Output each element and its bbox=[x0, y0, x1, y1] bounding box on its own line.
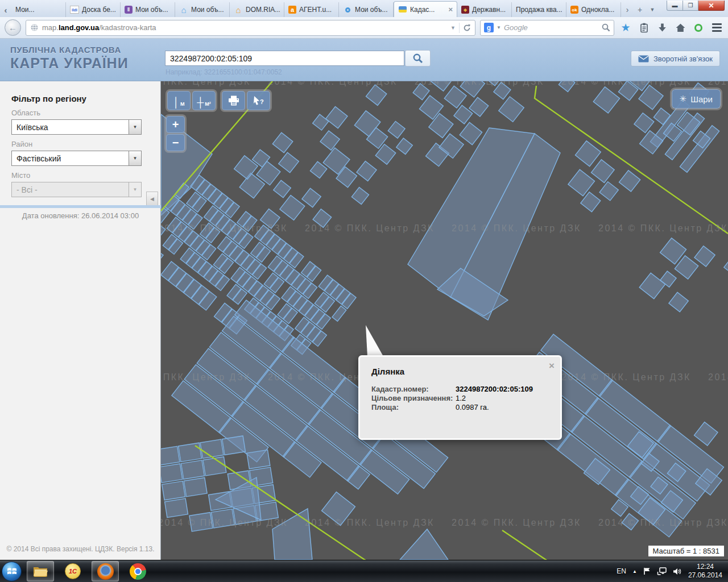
chevron-down-icon[interactable]: ▼ bbox=[129, 151, 141, 165]
select-misto: - Всі -▼ bbox=[11, 182, 142, 197]
bookmark-star-icon[interactable]: ★ bbox=[619, 21, 632, 35]
browser-tab[interactable]: ildiДоска бе... bbox=[66, 2, 121, 17]
tab-title: DOM.RIA... bbox=[246, 6, 280, 14]
select-misto-value: - Всі - bbox=[12, 185, 129, 194]
browser-tab[interactable]: Мои объ... bbox=[339, 2, 394, 17]
popup-row-value: 0.0987 га. bbox=[456, 403, 489, 411]
fork-purple-favicon-icon: ‖ bbox=[125, 6, 133, 14]
clock-time: 12:24 bbox=[688, 563, 722, 571]
action-center-flag-icon[interactable] bbox=[643, 567, 651, 575]
measure-area-unit-label: М² bbox=[205, 101, 211, 107]
close-button[interactable]: ✕ bbox=[698, 1, 725, 11]
cadastral-search-button[interactable] bbox=[405, 50, 431, 66]
taskbar-chrome-button[interactable] bbox=[124, 561, 151, 581]
action-tool-group: ? bbox=[220, 89, 272, 112]
menu-icon[interactable] bbox=[710, 21, 723, 35]
popup-row-label: Кадастр.номер: bbox=[371, 385, 456, 393]
taskbar-clock[interactable]: 12:24 27.06.2014 bbox=[688, 563, 722, 580]
minimize-button[interactable]: ▬ bbox=[667, 1, 683, 11]
tab-bar: ‹ Мои...ildiДоска бе...‖Мои объ...⌂Мои о… bbox=[0, 0, 728, 17]
cadastral-number-input[interactable] bbox=[165, 51, 404, 66]
layers-label: Шари bbox=[690, 94, 713, 104]
search-engine-dropdown-icon[interactable]: ▼ bbox=[497, 25, 501, 30]
tab-close-icon[interactable]: × bbox=[447, 5, 453, 14]
network-icon[interactable] bbox=[657, 567, 667, 575]
chevron-down-icon[interactable]: ▼ bbox=[129, 120, 141, 134]
volume-icon[interactable] bbox=[673, 568, 682, 575]
list-tabs-icon[interactable]: ▼ bbox=[646, 2, 659, 17]
site-logo: ПУБЛІЧНА КАДАСТРОВА КАРТА УКРАЇНИ bbox=[10, 45, 129, 72]
layers-button[interactable]: ✳ Шари bbox=[672, 89, 721, 109]
tool-identify-button[interactable]: ? bbox=[247, 91, 270, 110]
select-oblast-value: Київська bbox=[12, 123, 129, 132]
home-icon[interactable] bbox=[673, 21, 687, 35]
restore-button[interactable]: ❐ bbox=[683, 1, 698, 11]
browser-tab[interactable]: Мои... bbox=[11, 2, 66, 17]
zoom-out-button[interactable]: − bbox=[166, 134, 185, 151]
zoom-control: + − bbox=[164, 114, 187, 153]
tab-strip: Мои...ildiДоска бе...‖Мои объ...⌂Мои объ… bbox=[11, 0, 621, 17]
browser-tab[interactable]: okОднокла... bbox=[566, 2, 621, 17]
web-search-input[interactable] bbox=[504, 23, 599, 32]
field-label-misto: Місто bbox=[11, 171, 160, 180]
search-icon[interactable] bbox=[602, 23, 610, 32]
popup-row: Площа:0.0987 га. bbox=[371, 403, 549, 411]
tool-print-button[interactable] bbox=[222, 91, 245, 110]
language-indicator[interactable]: EN bbox=[617, 567, 626, 575]
zoom-in-button[interactable]: + bbox=[166, 116, 185, 133]
taskbar-1c-button[interactable]: 1С bbox=[59, 561, 86, 581]
sidebar-collapse-icon[interactable]: ◀ bbox=[146, 192, 158, 206]
envelope-icon bbox=[638, 55, 649, 63]
browser-tab[interactable]: ⌂Мои объ... bbox=[175, 2, 230, 17]
new-tab-button[interactable]: + bbox=[634, 2, 646, 17]
divider bbox=[0, 205, 161, 208]
search-example-hint: Наприклад: 3221655100:01:047:0052 bbox=[166, 68, 282, 76]
tool-measure-length-button[interactable]: │М bbox=[167, 91, 191, 110]
browser-tab[interactable]: aАГЕНТ.u... bbox=[284, 2, 339, 17]
addon-ring-icon[interactable] bbox=[692, 21, 705, 35]
url-path: /kadastrova-karta bbox=[99, 23, 156, 32]
tab-title: Однокла... bbox=[581, 6, 617, 14]
url-prefix: map. bbox=[42, 23, 59, 32]
popup-close-icon[interactable]: × bbox=[549, 360, 555, 372]
popup-row: Цільове призначення:1.2 bbox=[371, 394, 549, 402]
downloads-icon[interactable] bbox=[655, 21, 669, 35]
tab-scroll-left-icon[interactable]: ‹ bbox=[0, 2, 11, 17]
select-raion[interactable]: Фастівський▼ bbox=[11, 151, 142, 166]
back-button[interactable]: ← bbox=[5, 19, 21, 36]
start-button[interactable] bbox=[2, 562, 22, 581]
feedback-button[interactable]: Зворотній зв'язок bbox=[631, 51, 720, 66]
browser-window: ‹ Мои...ildiДоска бе...‖Мои объ...⌂Мои о… bbox=[0, 0, 728, 582]
popup-row: Кадастр.номер:3224987200:02:05:109 bbox=[371, 385, 549, 393]
web-search-bar[interactable]: g ▼ bbox=[480, 20, 614, 36]
parcel-info-popup: Ділянка × Кадастр.номер:3224987200:02:05… bbox=[358, 355, 562, 440]
clock-date: 27.06.2014 bbox=[688, 571, 722, 580]
letter-a-orange-favicon-icon: a bbox=[288, 6, 296, 14]
taskbar-explorer-button[interactable] bbox=[27, 561, 54, 581]
reload-icon[interactable] bbox=[463, 24, 471, 32]
browser-tab[interactable]: Кадас...× bbox=[394, 1, 457, 17]
search-icon bbox=[413, 53, 423, 64]
bookmarks-menu-icon[interactable] bbox=[637, 21, 651, 35]
select-oblast[interactable]: Київська▼ bbox=[11, 119, 142, 135]
url-bar[interactable]: map.land.gov.ua/kadastrova-karta ▼ bbox=[26, 20, 475, 36]
url-text: map.land.gov.ua/kadastrova-karta bbox=[42, 23, 447, 32]
browser-tab[interactable]: Продажа ква... bbox=[512, 2, 566, 17]
cadastral-map-canvas[interactable] bbox=[161, 81, 728, 560]
tab-title: Продажа ква... bbox=[516, 6, 562, 14]
browser-tab[interactable]: ‖Мои объ... bbox=[121, 2, 175, 17]
hidden-icons-icon[interactable]: ▲ bbox=[632, 569, 637, 574]
feedback-label: Зворотній зв'язок bbox=[653, 55, 713, 63]
browser-tab[interactable]: ⌂DOM.RIA... bbox=[230, 2, 284, 17]
filter-title: Фільтр по регіону bbox=[11, 94, 160, 103]
taskbar-firefox-button[interactable] bbox=[92, 561, 119, 581]
tool-measure-area-button[interactable]: ┼М² bbox=[192, 91, 216, 110]
browser-tab[interactable]: ◆Державн... bbox=[457, 2, 512, 17]
tab-title: Кадас... bbox=[410, 6, 444, 14]
sidebar: Фільтр по регіону ОбластьКиївська▼РайонФ… bbox=[0, 81, 161, 560]
url-dropdown-icon[interactable]: ▼ bbox=[450, 25, 456, 31]
popup-row-value: 1.2 bbox=[456, 394, 466, 402]
site-header: ПУБЛІЧНА КАДАСТРОВА КАРТА УКРАЇНИ Наприк… bbox=[0, 39, 728, 81]
content: Фільтр по регіону ОбластьКиївська▼РайонФ… bbox=[0, 81, 728, 560]
tab-scroll-right-icon[interactable]: › bbox=[621, 2, 634, 17]
